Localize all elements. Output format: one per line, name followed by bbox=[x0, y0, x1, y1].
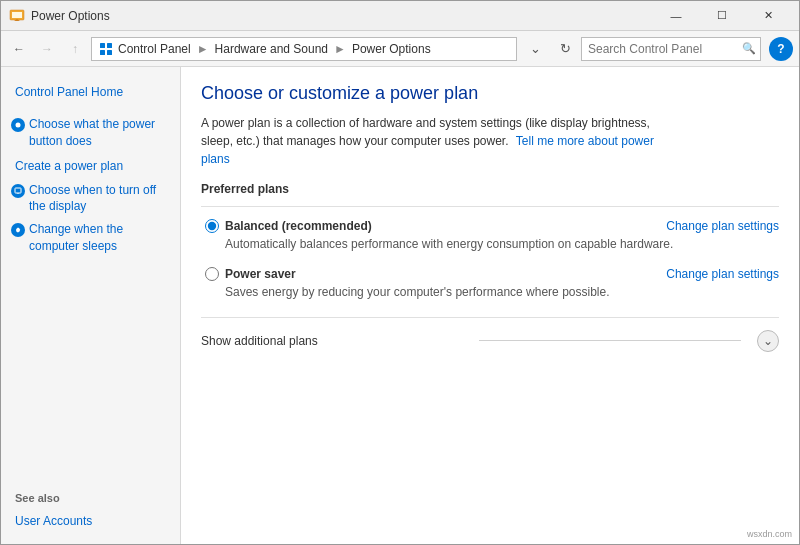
sidebar-link-computer-sleeps[interactable]: Change when the computer sleeps bbox=[29, 221, 170, 255]
svg-rect-2 bbox=[100, 43, 105, 48]
plan-header-balanced: Balanced (recommended) Change plan setti… bbox=[205, 219, 779, 233]
description-text: A power plan is a collection of hardware… bbox=[201, 114, 681, 168]
svg-rect-4 bbox=[100, 50, 105, 55]
sidebar: Control Panel Home Choose what the power… bbox=[1, 67, 181, 545]
svg-rect-1 bbox=[12, 12, 22, 18]
breadcrumb-sep-2: ► bbox=[334, 42, 346, 56]
address-breadcrumb[interactable]: Control Panel ► Hardware and Sound ► Pow… bbox=[91, 37, 517, 61]
computer-sleeps-icon bbox=[11, 223, 25, 237]
help-button[interactable]: ? bbox=[769, 37, 793, 61]
svg-point-6 bbox=[16, 123, 21, 128]
plan-name-power-saver: Power saver bbox=[225, 267, 296, 281]
window-icon bbox=[9, 8, 25, 24]
svg-rect-3 bbox=[107, 43, 112, 48]
radio-balanced[interactable] bbox=[205, 219, 219, 233]
page-title: Choose or customize a power plan bbox=[201, 83, 779, 104]
plan-item-balanced: Balanced (recommended) Change plan setti… bbox=[201, 219, 779, 253]
close-button[interactable]: ✕ bbox=[745, 1, 791, 31]
search-input[interactable] bbox=[588, 42, 738, 56]
sidebar-item-computer-sleeps[interactable]: Change when the computer sleeps bbox=[1, 218, 180, 258]
sidebar-item-power-button[interactable]: Choose what the power button does bbox=[1, 113, 180, 153]
sidebar-item-home[interactable]: Control Panel Home bbox=[1, 79, 180, 105]
svg-rect-5 bbox=[107, 50, 112, 55]
breadcrumb-power-options: Power Options bbox=[352, 42, 431, 56]
additional-divider-line bbox=[479, 340, 741, 341]
dropdown-button[interactable]: ⌄ bbox=[523, 37, 547, 61]
refresh-button[interactable]: ↻ bbox=[553, 37, 577, 61]
breadcrumb-hardware-sound[interactable]: Hardware and Sound bbox=[215, 42, 328, 56]
see-also-label: See also bbox=[1, 476, 180, 508]
plan-header-power-saver: Power saver Change plan settings bbox=[205, 267, 779, 281]
back-button[interactable]: ← bbox=[7, 37, 31, 61]
window-controls: — ☐ ✕ bbox=[653, 1, 791, 31]
svg-rect-7 bbox=[15, 188, 21, 193]
plan-header-left-power-saver: Power saver bbox=[205, 267, 296, 281]
radio-power-saver[interactable] bbox=[205, 267, 219, 281]
minimize-button[interactable]: — bbox=[653, 1, 699, 31]
change-plan-settings-balanced[interactable]: Change plan settings bbox=[666, 219, 779, 233]
content-area: Choose or customize a power plan A power… bbox=[181, 67, 799, 545]
forward-button[interactable]: → bbox=[35, 37, 59, 61]
breadcrumb-control-panel[interactable]: Control Panel bbox=[118, 42, 191, 56]
watermark: wsxdn.com bbox=[747, 529, 792, 539]
search-box[interactable]: 🔍 bbox=[581, 37, 761, 61]
show-additional-label[interactable]: Show additional plans bbox=[201, 334, 463, 348]
expand-additional-button[interactable]: ⌄ bbox=[757, 330, 779, 352]
search-icon: 🔍 bbox=[742, 42, 756, 55]
plan-item-power-saver: Power saver Change plan settings Saves e… bbox=[201, 267, 779, 301]
change-plan-settings-power-saver[interactable]: Change plan settings bbox=[666, 267, 779, 281]
up-button[interactable]: ↑ bbox=[63, 37, 87, 61]
plans-divider bbox=[201, 206, 779, 207]
turn-off-display-icon bbox=[11, 184, 25, 198]
plan-name-balanced: Balanced (recommended) bbox=[225, 219, 372, 233]
sidebar-item-create-plan[interactable]: Create a power plan bbox=[1, 153, 180, 179]
window-title: Power Options bbox=[31, 9, 653, 23]
title-bar: Power Options — ☐ ✕ bbox=[1, 1, 799, 31]
maximize-button[interactable]: ☐ bbox=[699, 1, 745, 31]
power-button-icon bbox=[11, 118, 25, 132]
sidebar-item-user-accounts[interactable]: User Accounts bbox=[1, 508, 180, 534]
sidebar-link-turn-off-display[interactable]: Choose when to turn off the display bbox=[29, 182, 170, 216]
address-bar: ← → ↑ Control Panel ► Hardware and Sound… bbox=[1, 31, 799, 67]
main-layout: Control Panel Home Choose what the power… bbox=[1, 67, 799, 545]
sidebar-link-power-button[interactable]: Choose what the power button does bbox=[29, 116, 170, 150]
breadcrumb-sep-1: ► bbox=[197, 42, 209, 56]
control-panel-icon bbox=[98, 41, 114, 57]
show-additional-plans[interactable]: Show additional plans ⌄ bbox=[201, 317, 779, 352]
preferred-plans-label: Preferred plans bbox=[201, 182, 779, 196]
plan-desc-balanced: Automatically balances performance with … bbox=[205, 236, 779, 253]
plan-header-left-balanced: Balanced (recommended) bbox=[205, 219, 372, 233]
sidebar-item-turn-off-display[interactable]: Choose when to turn off the display bbox=[1, 179, 180, 219]
plan-desc-power-saver: Saves energy by reducing your computer's… bbox=[205, 284, 779, 301]
